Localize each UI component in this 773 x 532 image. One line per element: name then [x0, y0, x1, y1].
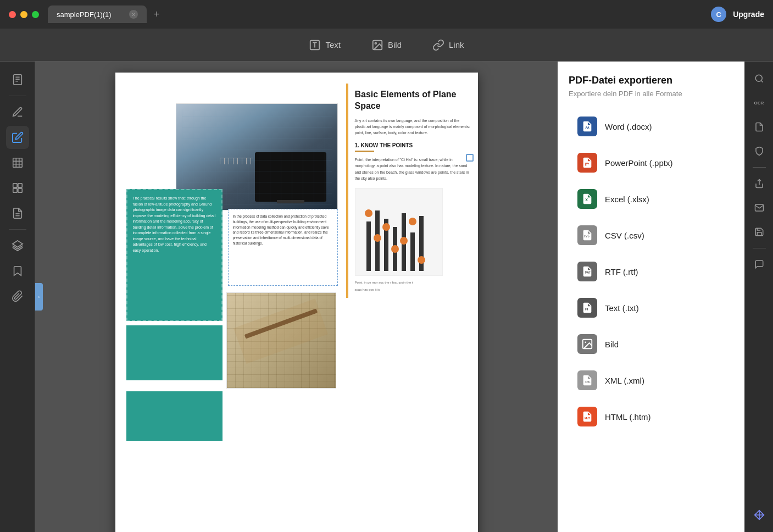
image-icon — [371, 39, 383, 51]
right-sidebar-divider-2 — [753, 248, 766, 248]
svg-point-23 — [400, 237, 408, 245]
link-icon — [432, 39, 444, 51]
sidebar-icon-document[interactable] — [6, 68, 29, 91]
sidebar-divider-1 — [9, 96, 26, 96]
tab-close-button[interactable]: ✕ — [129, 10, 138, 19]
canvas-area[interactable]: › — [35, 62, 558, 532]
close-dot[interactable] — [9, 11, 16, 18]
pdf-text-box: In the process of data collection and pr… — [228, 209, 338, 286]
new-tab-button[interactable]: + — [149, 7, 164, 22]
svg-point-22 — [391, 245, 399, 253]
left-edge-toggle[interactable]: › — [35, 283, 43, 311]
pdf-section1-heading: 1. KNOW THE POINTS — [355, 142, 471, 148]
section-underline — [355, 151, 374, 152]
sidebar-icon-layers[interactable] — [6, 234, 29, 257]
word-icon — [577, 117, 597, 136]
toolbar-image[interactable]: Bild — [365, 36, 408, 54]
search-icon-btn[interactable] — [749, 68, 770, 89]
tab-bar: samplePDF(1)(1) ✕ + — [48, 5, 164, 23]
csv-icon — [577, 225, 597, 245]
export-item-html[interactable]: HTML (.htm) — [569, 399, 733, 434]
pdf-teal-box-bottom-right — [126, 391, 223, 441]
header-right: C Upgrade — [711, 7, 764, 22]
toolbar-link[interactable]: Link — [426, 36, 471, 54]
pdf-chart — [355, 188, 443, 276]
svg-rect-8 — [18, 189, 21, 192]
upgrade-button[interactable]: Upgrade — [733, 10, 764, 19]
word-label: Word (.docx) — [605, 122, 652, 131]
titlebar: samplePDF(1)(1) ✕ + C Upgrade — [0, 0, 773, 29]
toolbar-text[interactable]: Text — [302, 36, 347, 54]
snowflake-button[interactable] — [749, 505, 770, 525]
svg-point-27 — [585, 341, 586, 343]
pdf-right-body: Any art contains its own language, and t… — [355, 118, 471, 136]
export-item-image[interactable]: Bild — [569, 326, 733, 362]
svg-point-25 — [418, 256, 425, 264]
svg-rect-12 — [366, 221, 371, 271]
export-item-text[interactable]: Text (.txt) — [569, 290, 733, 325]
sidebar-icon-pages[interactable] — [6, 202, 29, 225]
html-icon — [577, 407, 597, 426]
image-label: Bild — [388, 40, 402, 49]
share-button[interactable] — [749, 173, 770, 194]
svg-rect-6 — [18, 184, 21, 187]
sidebar-icon-highlight[interactable] — [6, 101, 29, 124]
sidebar-icon-template[interactable] — [6, 176, 29, 199]
toolbar: Text Bild Link — [0, 29, 773, 62]
export-item-xml[interactable]: XML (.xml) — [569, 363, 733, 398]
pdf-teal-box-bottom-left — [126, 325, 223, 380]
maximize-dot[interactable] — [32, 11, 39, 18]
avatar[interactable]: C — [711, 7, 726, 22]
pdf-right-title: Basic Elements of Plane Space — [355, 89, 471, 112]
csv-label: CSV (.csv) — [605, 231, 644, 240]
export-item-excel[interactable]: Excel (.xlsx) — [569, 181, 733, 217]
svg-point-2 — [375, 42, 376, 44]
ppt-icon — [577, 153, 597, 173]
save-button[interactable] — [749, 221, 770, 242]
svg-rect-3 — [13, 75, 21, 85]
export-item-rtf[interactable]: RTF (.rtf) — [569, 254, 733, 289]
excel-icon — [577, 189, 597, 209]
text-export-icon — [577, 298, 597, 318]
svg-point-19 — [365, 209, 372, 217]
document-convert-button[interactable] — [749, 117, 770, 137]
svg-rect-7 — [13, 189, 16, 192]
pdf-page: The practical results show that: through… — [115, 73, 478, 532]
tab-samplepdf[interactable]: samplePDF(1)(1) ✕ — [48, 5, 147, 23]
main-area: › — [0, 62, 773, 532]
sidebar-icon-table[interactable] — [6, 151, 29, 174]
right-sidebar: OCR — [744, 62, 773, 532]
text-label: Text (.txt) — [605, 303, 639, 313]
selection-handle-tr[interactable] — [466, 154, 474, 162]
export-item-ppt[interactable]: PowerPoint (.pptx) — [569, 145, 733, 180]
sidebar-icon-attachment[interactable] — [6, 285, 29, 308]
image-export-icon — [577, 334, 597, 354]
export-panel-subtitle: Exportiere dein PDF in alle Formate — [569, 90, 733, 98]
text-label: Text — [325, 40, 341, 49]
svg-rect-17 — [410, 232, 415, 271]
sidebar-icon-edit[interactable] — [6, 126, 29, 149]
minimize-dot[interactable] — [20, 11, 27, 18]
email-button[interactable] — [749, 197, 770, 218]
traffic-lights — [9, 11, 39, 18]
ocr-button[interactable]: OCR — [749, 92, 770, 113]
image-label: Bild — [605, 340, 619, 349]
export-item-word[interactable]: Word (.docx) — [569, 109, 733, 144]
security-button[interactable] — [749, 141, 770, 162]
svg-point-20 — [374, 234, 381, 242]
svg-rect-4 — [13, 158, 22, 168]
sidebar-icon-bookmark[interactable] — [6, 259, 29, 282]
sidebar-divider-2 — [9, 229, 26, 230]
text-icon — [309, 39, 321, 51]
export-panel: PDF-Datei exportieren Exportiere dein PD… — [558, 62, 744, 532]
chat-button[interactable] — [749, 254, 770, 275]
link-label: Link — [449, 40, 464, 49]
svg-point-21 — [382, 223, 390, 231]
xml-label: XML (.xml) — [605, 376, 644, 385]
xml-icon — [577, 370, 597, 390]
export-item-csv[interactable]: CSV (.csv) — [569, 218, 733, 253]
svg-rect-5 — [13, 184, 16, 187]
excel-label: Excel (.xlsx) — [605, 195, 649, 204]
right-sidebar-divider — [753, 167, 766, 168]
ppt-label: PowerPoint (.pptx) — [605, 158, 672, 168]
